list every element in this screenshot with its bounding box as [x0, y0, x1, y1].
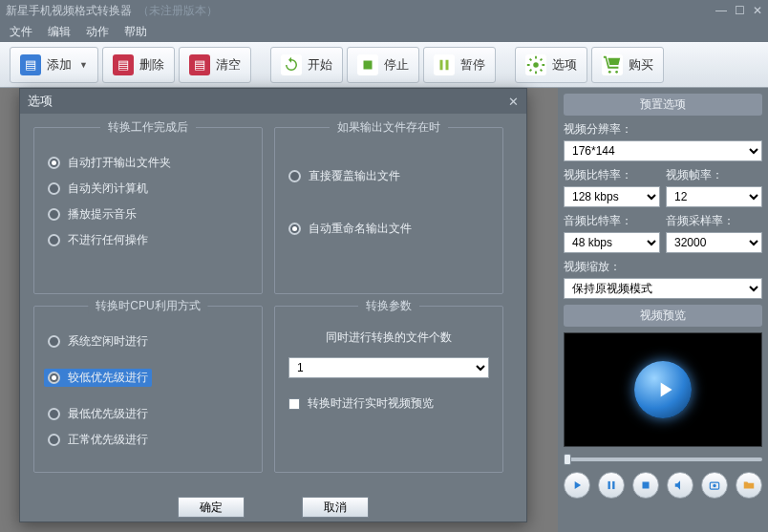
svg-rect-0	[363, 60, 372, 69]
film-delete-icon: ▤	[113, 54, 134, 75]
svg-rect-8	[643, 482, 650, 489]
concurrent-select[interactable]: 1	[288, 357, 489, 378]
svg-point-3	[533, 62, 539, 68]
app-title: 新星手机视频格式转换器	[6, 3, 132, 19]
stop-button[interactable]	[632, 472, 659, 499]
checkbox-icon	[288, 398, 300, 410]
audio-samplerate-select[interactable]: 32000	[666, 232, 762, 253]
add-button[interactable]: ▤ 添加▼	[10, 47, 98, 83]
play-button[interactable]	[564, 472, 590, 499]
radio-icon	[48, 335, 60, 348]
film-add-icon: ▤	[20, 54, 41, 75]
cancel-button[interactable]: 取消	[302, 497, 369, 518]
maximize-button[interactable]: ☐	[735, 4, 745, 17]
titlebar: 新星手机视频格式转换器 （未注册版本） — ☐ ✕	[0, 0, 768, 21]
radio-idle[interactable]: 系统空闲时进行	[48, 333, 248, 350]
svg-rect-1	[439, 59, 442, 70]
radio-icon	[48, 182, 60, 195]
app-subtitle: （未注册版本）	[138, 3, 218, 19]
audio-bitrate-select[interactable]: 48 kbps	[564, 232, 660, 253]
mute-button[interactable]	[667, 472, 693, 499]
menu-edit[interactable]: 编辑	[48, 24, 71, 40]
seek-slider[interactable]	[564, 453, 762, 466]
options-dialog: 选项 ✕ 转换工作完成后 自动打开输出文件夹 自动关闭计算机 播放提示音乐 不进…	[19, 88, 527, 522]
dialog-title: 选项	[28, 93, 53, 110]
preset-header: 预置选项	[564, 94, 762, 116]
dropdown-icon: ▼	[79, 60, 88, 70]
stop-button[interactable]: 停止	[347, 47, 419, 83]
slider-thumb[interactable]	[564, 454, 571, 465]
resolution-label: 视频分辨率：	[564, 121, 762, 138]
cart-icon	[602, 54, 623, 75]
radio-low-priority[interactable]: 较低优先级进行	[44, 369, 152, 387]
radio-icon	[48, 434, 60, 446]
video-bitrate-label: 视频比特率：	[564, 167, 660, 183]
radio-normal-priority[interactable]: 正常优先级进行	[48, 432, 248, 448]
gear-icon	[525, 54, 546, 75]
radio-open-folder[interactable]: 自动打开输出文件夹	[48, 155, 248, 171]
scale-select[interactable]: 保持原视频模式	[564, 278, 762, 299]
svg-point-5	[615, 70, 618, 73]
delete-button[interactable]: ▤ 删除	[102, 47, 175, 83]
preview-header: 视频预览	[564, 305, 762, 327]
radio-icon	[48, 234, 60, 246]
resolution-select[interactable]: 176*144	[564, 140, 762, 161]
radio-lowest-priority[interactable]: 最低优先级进行	[48, 406, 248, 422]
stop-icon	[357, 54, 378, 75]
radio-icon	[288, 223, 301, 235]
toolbar: ▤ 添加▼ ▤ 删除 ▤ 清空 开始 停止 暂停 选项 购买	[0, 42, 768, 88]
svg-rect-7	[612, 481, 614, 489]
clear-button[interactable]: ▤ 清空	[179, 47, 251, 83]
radio-play-sound[interactable]: 播放提示音乐	[48, 206, 248, 223]
video-preview	[564, 332, 762, 447]
svg-rect-6	[608, 481, 610, 489]
start-button[interactable]: 开始	[270, 47, 343, 83]
video-fps-select[interactable]: 12	[666, 186, 762, 207]
cpu-mode-group: 转换时CPU利用方式 系统空闲时进行 较低优先级进行 最低优先级进行 正常优先级…	[33, 306, 263, 473]
pause-button[interactable]: 暂停	[423, 47, 496, 83]
video-bitrate-select[interactable]: 128 kbps	[564, 186, 660, 207]
radio-shutdown[interactable]: 自动关闭计算机	[48, 181, 248, 197]
radio-icon	[48, 372, 60, 384]
video-fps-label: 视频帧率：	[666, 167, 762, 183]
radio-overwrite[interactable]: 直接覆盖输出文件	[288, 168, 489, 184]
snapshot-button[interactable]	[701, 472, 728, 499]
scale-label: 视频缩放：	[564, 259, 762, 275]
refresh-icon	[281, 54, 302, 75]
ok-button[interactable]: 确定	[178, 497, 245, 518]
radio-icon	[48, 157, 60, 169]
svg-point-4	[608, 70, 611, 73]
minimize-button[interactable]: —	[715, 4, 727, 17]
radio-rename[interactable]: 自动重命名输出文件	[288, 221, 489, 237]
options-button[interactable]: 选项	[515, 47, 587, 83]
dialog-titlebar: 选项 ✕	[20, 89, 526, 114]
if-exists-group: 如果输出文件存在时 直接覆盖输出文件 自动重命名输出文件	[274, 127, 503, 294]
params-group: 转换参数 同时进行转换的文件个数 1 转换时进行实时视频预览	[274, 306, 503, 473]
menubar: 文件 编辑 动作 帮助	[0, 21, 768, 42]
menu-file[interactable]: 文件	[10, 24, 32, 40]
radio-icon	[288, 170, 301, 182]
film-clear-icon: ▤	[189, 54, 210, 75]
folder-button[interactable]	[736, 472, 762, 499]
menu-help[interactable]: 帮助	[124, 24, 147, 40]
pause-button[interactable]	[598, 472, 625, 499]
radio-do-nothing[interactable]: 不进行任何操作	[48, 232, 248, 248]
after-done-group: 转换工作完成后 自动打开输出文件夹 自动关闭计算机 播放提示音乐 不进行任何操作	[33, 127, 263, 294]
radio-icon	[48, 408, 60, 420]
menu-action[interactable]: 动作	[86, 24, 109, 40]
svg-point-10	[713, 484, 716, 488]
pause-icon	[434, 54, 455, 75]
dialog-close-button[interactable]: ✕	[508, 95, 519, 109]
buy-button[interactable]: 购买	[591, 47, 664, 83]
close-button[interactable]: ✕	[753, 4, 762, 17]
audio-bitrate-label: 音频比特率：	[564, 213, 660, 229]
radio-icon	[48, 208, 60, 221]
realtime-preview-checkbox[interactable]: 转换时进行实时视频预览	[288, 395, 489, 412]
svg-rect-2	[445, 59, 448, 70]
audio-samplerate-label: 音频采样率：	[666, 213, 762, 229]
concurrent-label: 同时进行转换的文件个数	[288, 330, 489, 346]
play-orb-icon	[634, 361, 692, 418]
